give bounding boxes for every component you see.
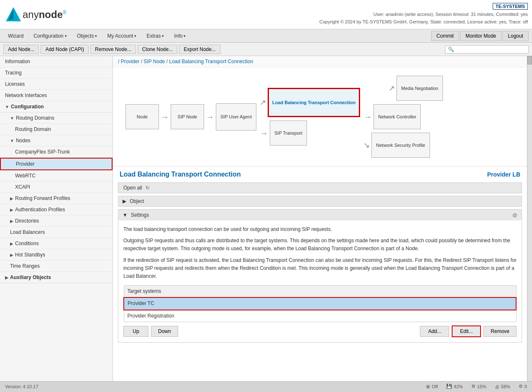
nav-my-account[interactable]: My Account xyxy=(102,31,141,41)
settings-content: The load balancing transport connection … xyxy=(118,220,522,342)
sidebar-item-companyflex[interactable]: CompanyFlex SIP-Trunk xyxy=(0,146,113,158)
section-title-bar: Load Balancing Transport Connection Prov… xyxy=(113,167,527,182)
expand-arrow-rfp: ▶ xyxy=(10,196,13,201)
sidebar: Information Tracing Licenses Network Int… xyxy=(0,56,113,381)
diagram-box-node[interactable]: Node xyxy=(125,104,159,129)
sidebar-item-tracing[interactable]: Tracing xyxy=(0,67,113,79)
remove-button[interactable]: Remove xyxy=(483,326,517,337)
sidebar-section-routing-domains[interactable]: ▼Routing Domains xyxy=(0,113,113,124)
down-button[interactable]: Down xyxy=(151,326,178,337)
status-memory: 💾 42% xyxy=(446,384,463,389)
diagram-right-branches: ↗ Media Negotiation → Network Controller… xyxy=(363,76,443,158)
object-section-label: Object xyxy=(130,198,144,204)
commit-button[interactable]: Commit xyxy=(431,31,459,41)
scrollbar[interactable] xyxy=(527,56,532,381)
add-button[interactable]: Add... xyxy=(420,326,449,337)
up-button[interactable]: Up xyxy=(123,326,148,337)
diagram-box-network-controller[interactable]: Network Controller xyxy=(373,104,421,129)
expand-arrow-hot-standbys: ▶ xyxy=(10,253,13,257)
diagram-branch: ↗ Load Balancing Transport Connection → … xyxy=(260,88,360,146)
arrow-branch-top: ↗ xyxy=(260,98,266,107)
sidebar-item-webrtc[interactable]: WebRTC xyxy=(0,170,113,182)
open-all-label: Open all xyxy=(123,185,142,191)
monitor-icon: 🖥 xyxy=(425,384,430,389)
add-node-capi-button[interactable]: Add Node (CAPI) xyxy=(41,45,89,54)
alerts-value: 0 xyxy=(524,384,527,389)
diagram-box-media-negotiation[interactable]: Media Negotiation xyxy=(396,76,443,101)
table-header-target: Target systems xyxy=(124,286,516,298)
expand-arrow-nodes: ▼ xyxy=(10,138,14,143)
logo-text: anynode® xyxy=(23,9,66,20)
branch-network-security: ↘ Network Security Profile xyxy=(363,133,443,158)
status-cpu: ⚙ 15% xyxy=(471,384,486,389)
cpu-icon: ⚙ xyxy=(471,384,476,389)
monitor-mode-button[interactable]: Monitor Mode xyxy=(460,31,501,41)
sidebar-section-hot-standbys[interactable]: ▶Hot Standbys xyxy=(0,249,113,261)
object-expand-arrow: ▶ xyxy=(123,198,126,204)
expand-arrow-auxiliary: ▶ xyxy=(5,275,8,280)
diagram-area: Node → SIP Node → SIP User Agent ↗ Load … xyxy=(113,67,527,167)
table-row-provider-registration[interactable]: Provider Registration xyxy=(124,310,516,322)
diagram-box-sip-user-agent[interactable]: SIP User Agent xyxy=(216,103,256,131)
disk-icon: 🖨 xyxy=(495,384,499,389)
sidebar-section-auth-profiles[interactable]: ▶Authentication Profiles xyxy=(0,204,113,215)
logout-button[interactable]: Logout xyxy=(502,31,529,41)
sidebar-section-routing-forward-profiles[interactable]: ▶Routing Forward Profiles xyxy=(0,193,113,204)
search-input[interactable] xyxy=(445,45,529,54)
diagram-main-row: Node → SIP Node → SIP User Agent ↗ Load … xyxy=(125,76,514,158)
sidebar-item-information[interactable]: Information xyxy=(0,56,113,67)
memory-value: 42% xyxy=(454,384,463,389)
arrow-to-nc: → xyxy=(363,112,372,122)
nav-wizard[interactable]: Wizard xyxy=(3,31,28,41)
scrollbar-thumb[interactable] xyxy=(527,56,532,64)
action-buttons-row: Up Down Add... Edit... Remove xyxy=(123,322,517,337)
sidebar-item-provider[interactable]: Provider xyxy=(0,158,113,170)
branch-media: ↗ Media Negotiation xyxy=(389,76,443,101)
status-disk: 🖨 58% xyxy=(495,384,510,389)
sidebar-item-load-balancers[interactable]: Load Balancers xyxy=(0,227,113,238)
settings-section-header[interactable]: ▼ Settings ⊘ xyxy=(118,210,522,220)
nav-bar: Wizard Configuration Objects My Account … xyxy=(0,29,532,43)
alerts-icon: ⚙ xyxy=(519,384,523,389)
diagram-box-network-security[interactable]: Network Security Profile xyxy=(371,133,430,158)
diagram-box-sip-transport[interactable]: SIP Transport xyxy=(270,120,307,146)
add-node-button[interactable]: Add Node... xyxy=(3,45,39,54)
disk-value: 58% xyxy=(501,384,510,389)
open-all-bar[interactable]: Open all ↻ xyxy=(118,182,522,193)
status-monitor: 🖥 Off xyxy=(425,384,437,389)
clone-node-button[interactable]: Clone Node... xyxy=(138,45,177,54)
te-systems-badge: TE-SYSTEMS xyxy=(493,3,528,10)
branch-network-controller: → Network Controller xyxy=(363,104,443,129)
diagram-box-load-balancing[interactable]: Load Balancing Transport Connection xyxy=(268,88,360,117)
cpu-value: 15% xyxy=(477,384,486,389)
diagram-box-sip-node[interactable]: SIP Node xyxy=(171,104,204,129)
nav-extras[interactable]: Extras xyxy=(142,31,169,41)
expand-arrow-routing-domains: ▼ xyxy=(10,116,14,120)
nav-objects[interactable]: Objects xyxy=(72,31,102,41)
sidebar-section-nodes[interactable]: ▼Nodes xyxy=(0,135,113,146)
sidebar-section-conditions[interactable]: ▶Conditions xyxy=(0,238,113,249)
sidebar-section-configuration[interactable]: ▼Configuration xyxy=(0,101,113,113)
table-row-provider-tc[interactable]: Provider TC xyxy=(124,297,516,310)
nav-info[interactable]: Info xyxy=(169,31,190,41)
remove-node-button[interactable]: Remove Node... xyxy=(90,45,136,54)
sidebar-item-time-ranges[interactable]: Time Ranges xyxy=(0,261,113,272)
main-layout: Information Tracing Licenses Network Int… xyxy=(0,56,532,381)
content-area: / Provider / SIP Node / Load Balancing T… xyxy=(113,56,527,381)
settings-icon: ⊘ xyxy=(512,212,517,218)
sidebar-item-licenses[interactable]: Licenses xyxy=(0,79,113,90)
top-header: anynode® TE-SYSTEMS User: anadmin (write… xyxy=(0,0,532,29)
object-section-header[interactable]: ▶ Object xyxy=(118,196,522,206)
memory-icon: 💾 xyxy=(446,384,452,389)
sidebar-section-directories[interactable]: ▶Directories xyxy=(0,215,113,227)
arrow-2: → xyxy=(206,112,214,122)
nav-configuration[interactable]: Configuration xyxy=(29,31,71,41)
section-title: Load Balancing Transport Connection xyxy=(120,171,241,178)
sidebar-section-auxiliary-objects[interactable]: ▶Auxiliary Objects xyxy=(0,272,113,283)
export-node-button[interactable]: Export Node... xyxy=(179,45,220,54)
sidebar-item-routing-domain[interactable]: Routing Domain xyxy=(0,124,113,135)
sidebar-item-xcapi[interactable]: XCAPI xyxy=(0,182,113,193)
sidebar-item-network-interfaces[interactable]: Network Interfaces xyxy=(0,90,113,101)
expand-arrow-auth: ▶ xyxy=(10,208,13,212)
edit-button[interactable]: Edit... xyxy=(452,325,481,337)
